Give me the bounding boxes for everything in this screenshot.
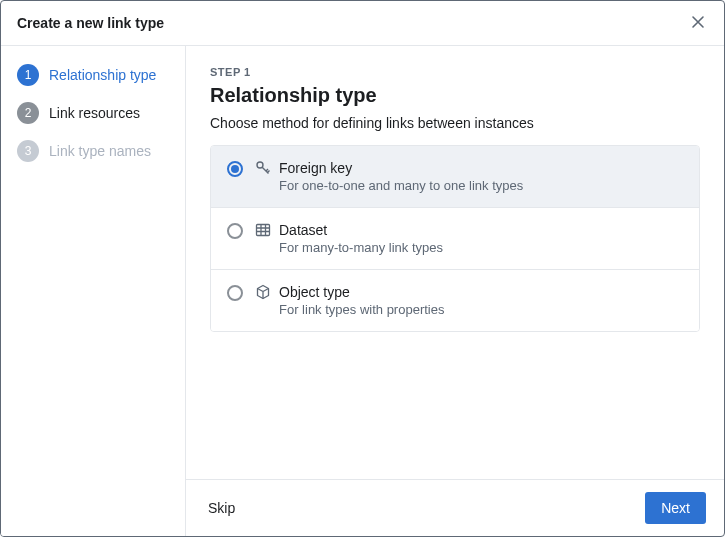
skip-button[interactable]: Skip <box>204 494 239 522</box>
option-title: Object type <box>279 284 350 300</box>
svg-rect-1 <box>257 225 270 236</box>
radio-input[interactable] <box>227 285 243 301</box>
step-label: Link type names <box>49 143 151 159</box>
dialog-header: Create a new link type <box>1 1 724 46</box>
wizard-sidebar: 1 Relationship type 2 Link resources 3 L… <box>1 46 186 536</box>
option-foreign-key[interactable]: Foreign key For one-to-one and many to o… <box>211 146 699 207</box>
option-subtitle: For one-to-one and many to one link type… <box>279 178 683 193</box>
option-title: Dataset <box>279 222 327 238</box>
sidebar-step-relationship-type[interactable]: 1 Relationship type <box>1 56 185 94</box>
dialog-title: Create a new link type <box>17 15 164 31</box>
radio-input[interactable] <box>227 223 243 239</box>
page-title: Relationship type <box>210 84 700 107</box>
step-eyebrow: STEP 1 <box>210 66 700 78</box>
dataset-icon <box>255 222 271 238</box>
step-badge: 3 <box>17 140 39 162</box>
key-icon <box>255 160 271 176</box>
step-label: Link resources <box>49 105 140 121</box>
radio-input[interactable] <box>227 161 243 177</box>
option-subtitle: For many-to-many link types <box>279 240 683 255</box>
sidebar-step-link-type-names[interactable]: 3 Link type names <box>1 132 185 170</box>
sidebar-step-link-resources[interactable]: 2 Link resources <box>1 94 185 132</box>
option-object-type[interactable]: Object type For link types with properti… <box>211 269 699 331</box>
page-description: Choose method for defining links between… <box>210 115 700 131</box>
main-content: STEP 1 Relationship type Choose method f… <box>186 46 724 479</box>
svg-point-0 <box>257 162 263 168</box>
dialog-body: 1 Relationship type 2 Link resources 3 L… <box>1 46 724 536</box>
next-button[interactable]: Next <box>645 492 706 524</box>
step-badge: 2 <box>17 102 39 124</box>
close-icon <box>691 15 705 32</box>
close-button[interactable] <box>688 13 708 33</box>
relationship-type-options: Foreign key For one-to-one and many to o… <box>210 145 700 332</box>
step-badge: 1 <box>17 64 39 86</box>
create-link-type-dialog: Create a new link type 1 Relationship ty… <box>0 0 725 537</box>
object-type-icon <box>255 284 271 300</box>
main-panel: STEP 1 Relationship type Choose method f… <box>186 46 724 536</box>
option-title: Foreign key <box>279 160 352 176</box>
dialog-footer: Skip Next <box>186 479 724 536</box>
option-subtitle: For link types with properties <box>279 302 683 317</box>
option-dataset[interactable]: Dataset For many-to-many link types <box>211 207 699 269</box>
step-label: Relationship type <box>49 67 156 83</box>
